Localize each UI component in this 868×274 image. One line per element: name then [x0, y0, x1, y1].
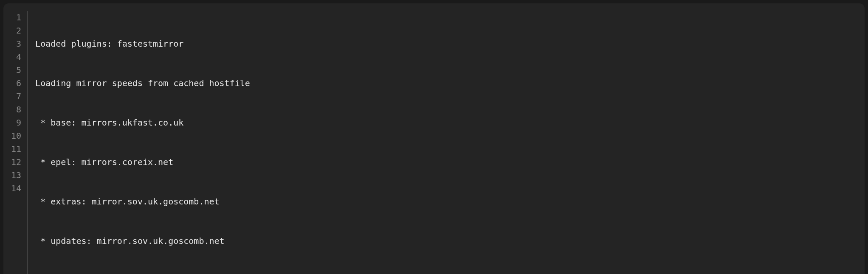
line-number: 6	[11, 77, 21, 90]
line-number: 13	[11, 169, 21, 182]
repo-id-col: Loaded plugins: fastestmirror	[35, 37, 468, 50]
line-number: 3	[11, 37, 21, 50]
line-number: 2	[11, 24, 21, 37]
code-line: * base: mirrors.ukfast.co.uk	[35, 116, 865, 129]
repo-name-col	[468, 116, 865, 129]
line-number-gutter: 1 2 3 4 5 6 7 8 9 10 11 12 13 14	[3, 11, 28, 274]
repo-name-col	[468, 77, 865, 90]
repo-id-col: * extras: mirror.sov.uk.goscomb.net	[35, 195, 468, 208]
line-number: 8	[11, 103, 21, 116]
code-line: Loaded plugins: fastestmirror	[35, 37, 865, 50]
line-number: 11	[11, 143, 21, 156]
code-line: * updates: mirror.sov.uk.goscomb.net	[35, 235, 865, 248]
repo-name-col	[468, 37, 865, 50]
line-number: 7	[11, 90, 21, 103]
code-line: * extras: mirror.sov.uk.goscomb.net	[35, 195, 865, 208]
repo-id-col: * updates: mirror.sov.uk.goscomb.net	[35, 235, 468, 248]
repo-id-col: * base: mirrors.ukfast.co.uk	[35, 116, 468, 129]
repo-name-col	[468, 235, 865, 248]
code-block: 1 2 3 4 5 6 7 8 9 10 11 12 13 14 Loaded …	[3, 3, 865, 274]
line-number: 9	[11, 116, 21, 129]
repo-name-col	[468, 195, 865, 208]
repo-id-col: Loading mirror speeds from cached hostfi…	[35, 77, 468, 90]
line-number: 10	[11, 129, 21, 143]
repo-name-col	[468, 156, 865, 169]
line-number: 4	[11, 50, 21, 64]
repo-id-col: * epel: mirrors.coreix.net	[35, 156, 468, 169]
code-line: Loading mirror speeds from cached hostfi…	[35, 77, 865, 90]
code-line: * epel: mirrors.coreix.net	[35, 156, 865, 169]
line-number: 14	[11, 182, 21, 195]
line-number: 1	[11, 11, 21, 24]
code-content[interactable]: Loaded plugins: fastestmirror Loading mi…	[28, 11, 865, 274]
line-number: 5	[11, 64, 21, 77]
line-number: 12	[11, 156, 21, 169]
